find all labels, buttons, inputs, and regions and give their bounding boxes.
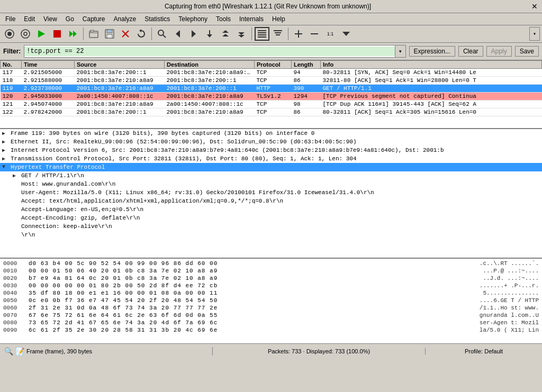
cell-info: 80-32811 [SYN, ACK] Seq=0 Ack=1 Win=1448… xyxy=(321,69,542,77)
stop-capture-button[interactable] xyxy=(50,27,65,41)
go-to-packet-button[interactable] xyxy=(202,27,217,41)
svg-point-1 xyxy=(7,32,12,36)
cell-no: 119 xyxy=(1,85,22,93)
svg-rect-27 xyxy=(258,32,266,33)
menu-item-edit[interactable]: Edit xyxy=(21,14,38,24)
table-row[interactable]: 119 2.923730000 2001:bc8:3a7e:210:a8a9 2… xyxy=(1,85,542,93)
restart-capture-button[interactable] xyxy=(66,27,80,41)
save-filter-button[interactable]: Save xyxy=(515,46,539,57)
hex-row: 0010 00 00 01 50 06 40 20 01 0b c8 3a 7e… xyxy=(1,267,541,275)
tcp-detail[interactable]: ▶Transmission Control Protocol, Src Port… xyxy=(0,154,542,163)
packet-detail-view-button[interactable] xyxy=(270,27,285,41)
hex-ascii: ....6.GE T / HTTP xyxy=(480,297,539,304)
cell-dst: 2001:bc8:3a7e:210:a8a9 xyxy=(165,93,255,101)
menu-item-statistics[interactable]: Statistics xyxy=(141,14,173,24)
open-file-button[interactable] xyxy=(86,27,101,41)
connection-detail[interactable]: Connection: keep-alive\r\n xyxy=(0,222,542,231)
hex-row: 0080 73 65 72 2d 41 67 65 6e 74 3a 20 4d… xyxy=(1,319,541,326)
svg-rect-29 xyxy=(258,37,266,38)
menu-item-internals[interactable]: Internals xyxy=(236,14,267,24)
detail-text-acceptenc-detail: Accept-Encoding: gzip, deflate\r\n xyxy=(21,215,140,221)
http-detail[interactable]: ▼Hypertext Transfer Protocol xyxy=(0,163,542,171)
menu-item-analyze[interactable]: Analyze xyxy=(111,14,140,24)
save-file-button[interactable] xyxy=(102,27,117,41)
close-file-button[interactable] xyxy=(118,27,133,41)
hex-ascii: ..J.d. ...:~.... xyxy=(483,275,539,281)
toolbar-menu-button[interactable]: ▾ xyxy=(529,27,540,41)
cell-len: 94 xyxy=(292,69,321,77)
crlf-detail[interactable]: \r\n xyxy=(0,231,542,239)
zoom-in-button[interactable] xyxy=(291,27,306,41)
cell-no: 118 xyxy=(1,77,22,85)
table-row[interactable]: 121 2.945074000 2001:bc8:3a7e:210:a8a9 2… xyxy=(1,101,542,108)
hex-ascii: gnuranda l.com..U xyxy=(480,312,539,318)
frame-detail[interactable]: ▶Frame 119: 390 bytes on wire (3120 bits… xyxy=(0,129,542,138)
svg-marker-22 xyxy=(222,30,229,33)
first-packet-button[interactable] xyxy=(218,27,233,41)
menu-item-capture[interactable]: Capture xyxy=(79,14,109,24)
toolbar-sep-3 xyxy=(251,28,252,40)
cell-no: 121 xyxy=(1,101,22,108)
cell-proto: TCP xyxy=(255,77,292,85)
cell-time: 2.945074000 xyxy=(22,101,75,108)
ipv6-detail[interactable]: ▶Internet Protocol Version 6, Src: 2001:… xyxy=(0,146,542,154)
packets-info: Packets: 733 · Displayed: 733 (100.0%) xyxy=(268,348,370,354)
hex-offset: 0070 xyxy=(3,312,24,318)
filter-dropdown-button[interactable]: ▾ xyxy=(395,45,405,57)
cell-no: 122 xyxy=(1,108,22,116)
cell-time: 2.978242000 xyxy=(22,108,75,116)
filter-input-wrap: ▾ xyxy=(24,45,405,58)
table-row[interactable]: 118 2.921588000 2001:bc8:3a7e:210:a8a9 2… xyxy=(1,77,542,85)
zoom-out-button[interactable] xyxy=(307,27,322,41)
detail-text-tcp-detail: Transmission Control Protocol, Src Port:… xyxy=(11,156,357,162)
menu-item-tools[interactable]: Tools xyxy=(213,14,234,24)
svg-rect-32 xyxy=(276,34,280,35)
cell-src: 2001:bc8:3a7e:200::1 xyxy=(75,108,165,116)
close-window-button[interactable]: ✕ xyxy=(531,2,538,11)
hex-ascii: /1.1..Ho st: www. xyxy=(480,305,539,311)
cell-len: 390 xyxy=(292,85,321,93)
hex-offset: 0010 xyxy=(3,268,24,274)
table-row[interactable]: 122 2.978242000 2001:bc8:3a7e:200::1 200… xyxy=(1,108,542,116)
clear-button[interactable]: Clear xyxy=(458,46,483,57)
packet-list-view-button[interactable] xyxy=(255,27,269,41)
get-detail[interactable]: ▶GET / HTTP/1.1\r\n xyxy=(0,171,542,180)
host-detail[interactable]: Host: www.gnurandal.com\r\n xyxy=(0,180,542,188)
hex-row: 0020 b7 e9 4a 81 64 0c 20 01 0b c8 3a 7e… xyxy=(1,275,541,282)
expand-subpackets-button[interactable] xyxy=(339,27,354,41)
cell-dst: 2001:bc8:3a7e:210:a8a9:TCP xyxy=(165,69,255,77)
menu-item-telephony[interactable]: Telephony xyxy=(175,14,211,24)
table-row[interactable]: 120 2.945033000 2a00:1450:4007:808::1c 2… xyxy=(1,93,542,101)
filter-input[interactable] xyxy=(24,47,394,56)
svg-rect-11 xyxy=(107,30,112,33)
find-packet-button[interactable] xyxy=(155,27,169,41)
interfaces-button[interactable] xyxy=(2,27,17,41)
hex-row: 0070 67 6e 75 72 61 6e 64 61 6c 2e 63 6f… xyxy=(1,312,541,319)
detail-toggle-ipv6-detail: ▶ xyxy=(2,147,8,153)
detail-text-ethernet-detail: Ethernet II, Src: RealtekU_99:00:96 (52:… xyxy=(11,139,357,145)
menu-item-file[interactable]: File xyxy=(2,14,19,24)
forward-button[interactable] xyxy=(186,27,201,41)
menu-bar: FileEditViewGoCaptureAnalyzeStatisticsTe… xyxy=(0,13,542,25)
apply-button[interactable]: Apply xyxy=(486,46,512,57)
acceptenc-detail[interactable]: Accept-Encoding: gzip, deflate\r\n xyxy=(0,214,542,222)
options-button[interactable] xyxy=(18,27,33,41)
last-packet-button[interactable] xyxy=(234,27,249,41)
useragent-detail[interactable]: User-Agent: Mozilla/5.0 (X11; Linux x86_… xyxy=(0,188,542,197)
zoom-normal-button[interactable]: 1:1 xyxy=(323,27,338,41)
hex-offset: 0030 xyxy=(3,282,24,289)
start-capture-button[interactable] xyxy=(34,27,49,41)
reload-button[interactable] xyxy=(134,27,149,41)
menu-item-view[interactable]: View xyxy=(40,14,60,24)
menu-item-go[interactable]: Go xyxy=(62,14,77,24)
expression-button[interactable]: Expression... xyxy=(409,46,455,57)
accept-detail[interactable]: Accept: text/html,application/xhtml+xml,… xyxy=(0,197,542,205)
svg-point-3 xyxy=(24,32,27,35)
ethernet-detail[interactable]: ▶Ethernet II, Src: RealtekU_99:00:96 (52… xyxy=(0,138,542,146)
menu-item-help[interactable]: Help xyxy=(269,14,288,24)
back-button[interactable] xyxy=(170,27,185,41)
detail-toggle-ethernet-detail: ▶ xyxy=(2,139,8,145)
table-row[interactable]: 117 2.921505000 2001:bc8:3a7e:200::1 200… xyxy=(1,69,542,77)
svg-rect-26 xyxy=(258,30,266,31)
acceptlang-detail[interactable]: Accept-Language: en-US,en;q=0.5\r\n xyxy=(0,205,542,214)
